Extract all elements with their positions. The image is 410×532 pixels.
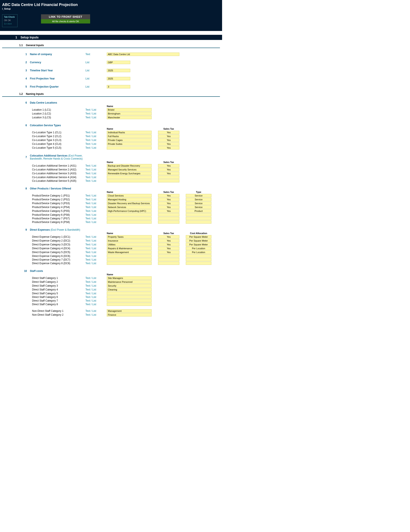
input-cell[interactable]: Disaster Recovery and Backup Services xyxy=(107,202,152,205)
input-cell[interactable]: Yes xyxy=(158,172,179,175)
input-cell[interactable] xyxy=(107,217,152,220)
input-cell[interactable] xyxy=(158,213,179,216)
input-cell[interactable] xyxy=(107,146,152,150)
input-cell[interactable]: 2025 xyxy=(107,77,130,80)
input-row: Direct Expense Category 8 (DC8)Text / Li… xyxy=(2,261,220,265)
input-cell[interactable]: Property Taxes xyxy=(107,235,152,238)
input-cell[interactable] xyxy=(186,258,211,261)
input-cell[interactable] xyxy=(186,254,211,257)
input-cell[interactable] xyxy=(186,262,211,265)
input-cell[interactable]: Per Square Meter xyxy=(186,243,211,246)
input-cell[interactable]: Service xyxy=(186,202,211,205)
input-cell[interactable] xyxy=(107,179,152,182)
input-cell[interactable]: Per Square Meter xyxy=(186,239,211,242)
input-cell[interactable]: Utilities xyxy=(107,243,152,246)
input-cell[interactable]: Per Location xyxy=(186,247,211,250)
input-cell[interactable] xyxy=(107,258,152,261)
input-cell[interactable]: Private Suites xyxy=(107,142,152,146)
input-cell[interactable]: Individual Racks xyxy=(107,131,152,134)
tab-check-err: Err Alert xyxy=(4,22,16,26)
input-type: Text / List xyxy=(86,309,107,313)
input-cell[interactable]: 3 xyxy=(107,85,130,88)
input-cell[interactable]: Managed Hosting xyxy=(107,198,152,201)
input-cell[interactable] xyxy=(107,295,152,299)
input-cell[interactable]: Yes xyxy=(158,146,179,150)
input-cell[interactable]: Yes xyxy=(158,209,179,213)
input-cell[interactable] xyxy=(158,179,179,182)
input-cell[interactable] xyxy=(158,258,179,261)
row-label: Non-Direct Staff Category 2 xyxy=(30,313,86,316)
input-row: Direct Staff Category 6Text / List xyxy=(2,295,220,299)
input-cell[interactable] xyxy=(107,303,152,306)
input-cell[interactable]: 2025 xyxy=(107,69,130,72)
input-row: 5First Projection QuarterList3 xyxy=(2,85,220,89)
input-cell[interactable] xyxy=(107,292,152,295)
input-cell[interactable]: Yes xyxy=(158,138,179,142)
row-label: Product/Sevice Category 4 (PS4) xyxy=(30,206,86,209)
input-type: Text / List xyxy=(86,146,107,149)
input-cell[interactable]: GBP xyxy=(107,61,130,64)
input-cell[interactable] xyxy=(158,217,179,220)
input-cell[interactable]: Service xyxy=(186,198,211,201)
input-cell[interactable]: Managed Security Services xyxy=(107,168,152,171)
input-cell[interactable]: Yes xyxy=(158,142,179,146)
input-cell[interactable]: Yes xyxy=(158,250,179,254)
input-cell[interactable]: Backup and Disaster Recovery xyxy=(107,164,152,167)
input-cell[interactable] xyxy=(186,217,211,220)
input-cell[interactable]: Bristol xyxy=(107,108,152,112)
input-row: Co-Location Additional Service 4 (AS4)Te… xyxy=(2,175,220,179)
input-cell[interactable] xyxy=(107,262,152,265)
input-cell[interactable]: Waste Management xyxy=(107,250,152,254)
input-cell[interactable]: Cleaning xyxy=(107,288,152,291)
input-cell[interactable]: Yes xyxy=(158,205,179,209)
input-cell[interactable] xyxy=(158,262,179,265)
row-label: Product/Sevice Category 7 (PS7) xyxy=(30,217,86,220)
input-cell[interactable]: Full Racks xyxy=(107,134,152,138)
input-cell[interactable]: Security xyxy=(107,284,152,287)
page-subtitle: i_Setup xyxy=(2,8,220,10)
input-cell[interactable]: Site Managers xyxy=(107,276,152,280)
input-cell[interactable]: Yes xyxy=(158,235,179,238)
input-cell[interactable]: Insurance xyxy=(107,239,152,242)
input-cell[interactable]: Yes xyxy=(158,239,179,242)
input-cell[interactable]: Manchester xyxy=(107,116,152,119)
input-cell[interactable]: Yes xyxy=(158,247,179,250)
input-cell[interactable] xyxy=(158,254,179,257)
input-cell[interactable] xyxy=(107,213,152,216)
input-cell[interactable] xyxy=(158,176,179,179)
link-front-sheet[interactable]: LINK TO FRONT SHEET All file checks & al… xyxy=(41,14,90,23)
input-cell[interactable]: Finance xyxy=(107,313,152,316)
input-cell[interactable]: Maintenance Personnel xyxy=(107,280,152,284)
input-cell[interactable]: Repairs & Maintenance xyxy=(107,247,152,250)
input-cell[interactable] xyxy=(107,220,152,224)
input-cell[interactable] xyxy=(158,220,179,224)
input-cell[interactable]: Yes xyxy=(158,168,179,171)
row-label: Product/Sevice Category 3 (PS3) xyxy=(30,202,86,205)
input-cell[interactable] xyxy=(186,220,211,224)
input-cell[interactable] xyxy=(186,213,211,216)
input-cell[interactable]: Yes xyxy=(158,164,179,167)
input-cell[interactable]: Service xyxy=(186,205,211,209)
input-cell[interactable]: Yes xyxy=(158,194,179,197)
input-cell[interactable]: Management xyxy=(107,309,152,313)
input-cell[interactable]: Cloud Services xyxy=(107,194,152,197)
row-label: First Projection Quarter xyxy=(30,85,86,88)
input-cell[interactable]: Birmingham xyxy=(107,112,152,115)
input-cell[interactable]: Per Location xyxy=(186,250,211,254)
input-cell[interactable] xyxy=(107,254,152,257)
input-cell[interactable]: Yes xyxy=(158,243,179,246)
input-cell[interactable]: Yes xyxy=(158,198,179,201)
input-cell[interactable]: Yes xyxy=(158,202,179,205)
input-cell[interactable]: Service xyxy=(186,194,211,197)
input-cell[interactable]: Renewable Energy Surcharges xyxy=(107,172,152,175)
input-cell[interactable]: High-Performance Computing (HPC) xyxy=(107,209,152,213)
input-cell[interactable]: Per Square Meter xyxy=(186,235,211,238)
input-cell[interactable] xyxy=(107,299,152,302)
input-cell[interactable] xyxy=(107,176,152,179)
input-cell[interactable]: Network Services xyxy=(107,205,152,209)
input-cell[interactable]: Yes xyxy=(158,134,179,138)
input-cell[interactable]: Private Cages xyxy=(107,138,152,142)
input-cell[interactable]: Product xyxy=(186,209,211,213)
input-cell[interactable]: ABC Data Centre Ltd xyxy=(107,53,179,56)
input-cell[interactable]: Yes xyxy=(158,131,179,134)
